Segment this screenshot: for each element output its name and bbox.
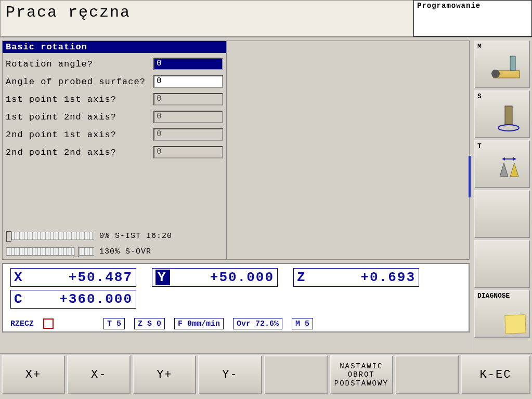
form-input-2: 0 xyxy=(153,93,223,105)
form-label: 2nd point 1st axis? xyxy=(6,130,153,140)
svg-marker-6 xyxy=(510,163,518,177)
form-label: Angle of probed surface? xyxy=(6,77,153,87)
s-ist-label: S-IST xyxy=(115,232,141,241)
status-ovr: Ovr 72.6% xyxy=(233,318,282,329)
svg-marker-7 xyxy=(502,157,505,161)
note-icon xyxy=(504,314,526,334)
form-input-3: 0 xyxy=(153,111,223,123)
dro-c: C+360.000 xyxy=(10,290,136,309)
softkey-y-minus[interactable]: Y- xyxy=(198,355,262,394)
s-ovr-pct: 130% xyxy=(99,247,120,256)
svg-marker-5 xyxy=(500,163,508,177)
softkey-k-ec[interactable]: K-EC xyxy=(461,355,530,394)
datum-icon xyxy=(43,318,54,329)
form-input-5: 0 xyxy=(153,146,223,158)
tool-icon xyxy=(489,153,526,184)
s-ist-slider[interactable] xyxy=(6,232,94,240)
s-ist-pct: 0% xyxy=(99,232,110,241)
status-f: F 0mm/min xyxy=(174,318,224,329)
side-s-button[interactable]: S xyxy=(474,90,530,138)
dro-y: Y+50.000 xyxy=(152,268,278,287)
side-diagnose-button[interactable]: DIAGNOSE xyxy=(474,290,530,338)
spindle-icon xyxy=(489,103,526,134)
svg-point-1 xyxy=(491,70,500,78)
scroll-indicator xyxy=(469,156,471,197)
svg-point-4 xyxy=(498,125,519,131)
s-ovr-label: S-OVR xyxy=(125,247,151,256)
form-title: Basic rotation xyxy=(3,41,226,53)
side-m-button[interactable]: M xyxy=(474,41,530,88)
dro-x: X+50.487 xyxy=(10,268,136,287)
form-label: Rotation angle? xyxy=(6,59,153,69)
status-t: T 5 xyxy=(103,318,125,329)
form-panel: Basic rotation Rotation angle?0Angle of … xyxy=(2,41,227,260)
dro-panel: X+50.487 Y+50.000 Z+0.693 C+360.000 RZEC… xyxy=(2,263,470,332)
machine-icon xyxy=(489,53,526,84)
side-empty-1[interactable] xyxy=(474,190,530,238)
s-ist-time: 16:20 xyxy=(146,232,172,241)
form-input-4: 0 xyxy=(153,128,223,141)
form-label: 2nd point 2nd axis? xyxy=(6,148,153,157)
softkey-y-plus[interactable]: Y+ xyxy=(133,355,196,394)
s-ovr-slider[interactable] xyxy=(6,247,94,256)
form-label: 1st point 2nd axis? xyxy=(6,112,153,122)
svg-marker-8 xyxy=(513,157,516,161)
svg-rect-3 xyxy=(505,106,512,125)
softkey-basic-rotation[interactable]: NASTAWIC OBROT PODSTAWOWY xyxy=(330,355,393,394)
side-empty-2[interactable] xyxy=(474,240,530,288)
status-zs: Z S 0 xyxy=(134,318,165,329)
graphic-area xyxy=(227,41,470,260)
status-mode: RZECZ xyxy=(10,320,34,328)
form-input-0[interactable]: 0 xyxy=(153,58,223,70)
softkey-x-minus[interactable]: X- xyxy=(67,355,131,394)
dro-z: Z+0.693 xyxy=(293,268,419,287)
softkey-x-plus[interactable]: X+ xyxy=(2,355,65,394)
submode-title: Programowanie xyxy=(413,0,532,37)
form-input-1[interactable]: 0 xyxy=(153,75,223,88)
mode-title: Praca ręczna xyxy=(0,0,413,37)
softkey-5[interactable] xyxy=(264,355,328,394)
form-label: 1st point 1st axis? xyxy=(6,95,153,104)
softkey-7[interactable] xyxy=(395,355,459,394)
svg-rect-2 xyxy=(510,56,515,71)
status-m: M 5 xyxy=(292,318,313,329)
side-t-button[interactable]: T xyxy=(474,140,530,188)
